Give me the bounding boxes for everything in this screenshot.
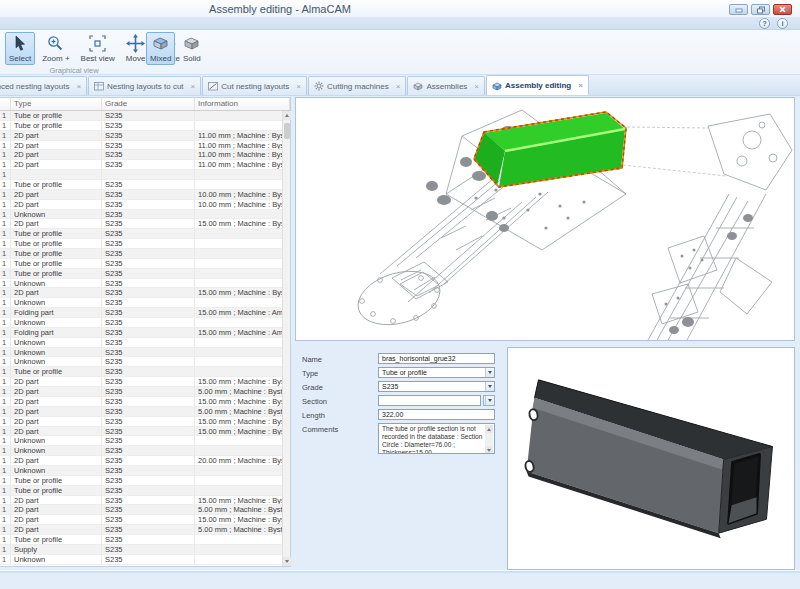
table-row[interactable]: 1UnknownS235: [0, 466, 283, 476]
parts-table: TypeGradeInformation 1Tube or profileS23…: [0, 97, 291, 567]
tab-enced-nesting-layouts[interactable]: enced nesting layouts×: [0, 76, 87, 95]
toolbar-select-button[interactable]: Select: [5, 32, 35, 65]
cell-type: Unknown: [11, 318, 102, 327]
table-row[interactable]: 12D partS23515.00 mm ; Machine : Bystron…: [0, 288, 283, 298]
toolbar-zoom--button[interactable]: Zoom +: [38, 32, 73, 65]
table-row[interactable]: 1UnknownS235: [0, 318, 283, 328]
tab-close-icon[interactable]: ×: [296, 82, 301, 91]
table-row[interactable]: 1UnknownS235: [0, 338, 283, 348]
tab-cut-nesting-layouts[interactable]: Cut nesting layouts×: [202, 76, 307, 95]
tab-assembly-editing[interactable]: Assembly editing×: [486, 75, 589, 95]
toolbar-button-label: Solid: [183, 54, 201, 63]
table-row[interactable]: 1UnknownS235: [0, 555, 283, 565]
assembly-icon: [413, 81, 423, 91]
section-field[interactable]: [378, 395, 481, 406]
table-row[interactable]: 1Tube or profileS235: [0, 535, 283, 545]
dropdown-arrow-icon[interactable]: [485, 382, 494, 391]
section-preview[interactable]: [507, 347, 795, 570]
table-row[interactable]: 1UnknownS235: [0, 436, 283, 446]
table-scrollbar[interactable]: [282, 111, 290, 566]
column-header-qty[interactable]: [0, 98, 11, 110]
minimize-button[interactable]: [729, 4, 748, 15]
table-row[interactable]: 1UnknownS235: [0, 446, 283, 456]
table-row[interactable]: 12D partS23511.00 mm ; Machine : Bystron…: [0, 150, 283, 160]
assembly-3d-view[interactable]: [295, 97, 795, 341]
tabbar-close-icon[interactable]: ×: [785, 5, 790, 15]
table-row[interactable]: 1UnknownS235: [0, 298, 283, 308]
table-row[interactable]: 1SupplyS235: [0, 545, 283, 555]
tab-cutting-machines[interactable]: Cutting machines×: [308, 76, 406, 95]
table-header[interactable]: TypeGradeInformation: [0, 98, 290, 111]
column-header-Information[interactable]: Information: [195, 98, 290, 110]
scroll-up-icon[interactable]: [283, 111, 291, 120]
tab-close-icon[interactable]: ×: [396, 82, 401, 91]
table-row[interactable]: 12D partS2355.00 mm ; Machine : Bystroni…: [0, 387, 283, 397]
table-row[interactable]: 1UnknownS235: [0, 210, 283, 220]
table-row[interactable]: 1Tube or profileS235: [0, 367, 283, 377]
table-row[interactable]: 1Tube or profileS235: [0, 111, 283, 121]
table-row[interactable]: 12D partS2355.00 mm ; Machine : Bystroni…: [0, 505, 283, 515]
table-row[interactable]: 1Tube or profileS235: [0, 259, 283, 269]
table-row[interactable]: 1Tube or profileS235: [0, 486, 283, 496]
table-row[interactable]: 1UnknownS235: [0, 348, 283, 358]
cell-type: 2D part: [11, 515, 102, 524]
cell-grade: S235: [102, 121, 195, 130]
table-row[interactable]: 12D partS23515.00 mm ; Machine : Bystron…: [0, 496, 283, 506]
name-field[interactable]: bras_horisontal_grue32: [378, 353, 495, 364]
comments-scrollbar[interactable]: [485, 425, 493, 454]
table-row[interactable]: 1Tube or profileS235: [0, 180, 283, 190]
table-row[interactable]: 1Tube or profileS235: [0, 249, 283, 259]
tab-close-icon[interactable]: ×: [191, 82, 196, 91]
tab-close-icon[interactable]: ×: [76, 82, 81, 91]
table-row[interactable]: 12D partS23515.00 mm ; Machine : Bystron…: [0, 515, 283, 525]
tab-close-icon[interactable]: ×: [578, 81, 583, 90]
scrollbar-thumb[interactable]: [284, 123, 290, 139]
scroll-down-icon[interactable]: [485, 446, 493, 454]
grade-field[interactable]: S235: [378, 381, 495, 392]
table-row[interactable]: 12D partS23520.00 mm ; Machine : Bystron…: [0, 456, 283, 466]
dropdown-arrow-icon[interactable]: [485, 368, 494, 377]
tab-assemblies[interactable]: Assemblies×: [407, 76, 485, 95]
table-row[interactable]: 1: [0, 170, 283, 180]
table-row[interactable]: 12D partS23511.00 mm ; Machine : Bystron…: [0, 160, 283, 170]
tab-nesting-layouts-to-cut[interactable]: Nesting layouts to cut×: [88, 76, 201, 95]
table-row[interactable]: 12D partS23510.00 mm ; Machine : Bystron…: [0, 190, 283, 200]
table-row[interactable]: 12D partS23515.00 mm ; Machine : Bystron…: [0, 427, 283, 437]
table-row[interactable]: 1Folding partS23515.00 mm ; Machine : Am…: [0, 308, 283, 318]
table-row[interactable]: 12D partS23511.00 mm ; Machine : Bystron…: [0, 131, 283, 141]
cell-grade: S235: [102, 427, 195, 436]
table-row[interactable]: 1Folding partS23515.00 mm ; Machine : Am…: [0, 328, 283, 338]
length-label: Length: [295, 409, 378, 420]
scroll-down-icon[interactable]: [283, 557, 291, 566]
cell-info: 5.00 mm ; Machine : Bystronic 1: [195, 525, 283, 534]
table-row[interactable]: 1Tube or profileS235: [0, 269, 283, 279]
column-header-Grade[interactable]: Grade: [102, 98, 195, 110]
toolbar-mixed-button[interactable]: Mixed: [146, 32, 175, 65]
table-row[interactable]: 1Tube or profileS235: [0, 229, 283, 239]
table-row[interactable]: 12D partS23511.00 mm ; Machine : Bystron…: [0, 141, 283, 151]
table-row[interactable]: 12D partS23515.00 mm ; Machine : Bystron…: [0, 219, 283, 229]
help-button[interactable]: ?: [759, 18, 770, 29]
table-row[interactable]: 12D partS23515.00 mm ; Machine : Bystron…: [0, 377, 283, 387]
table-row[interactable]: 12D partS23515.00 mm ; Machine : Bystron…: [0, 397, 283, 407]
comments-field[interactable]: The tube or profile section is not recor…: [378, 423, 495, 454]
column-header-Type[interactable]: Type: [11, 98, 102, 110]
type-field[interactable]: Tube or profile: [378, 367, 495, 378]
table-row[interactable]: 12D partS2355.00 mm ; Machine : Bystroni…: [0, 525, 283, 535]
scroll-up-icon[interactable]: [485, 425, 493, 433]
table-row[interactable]: 1UnknownS235: [0, 357, 283, 367]
table-row[interactable]: 12D partS23515.00 mm ; Machine : Bystron…: [0, 417, 283, 427]
table-row[interactable]: 12D partS23510.00 mm ; Machine : Bystron…: [0, 200, 283, 210]
table-row[interactable]: 1UnknownS235: [0, 279, 283, 289]
table-row[interactable]: 1Tube or profileS235: [0, 121, 283, 131]
toolbar-solid-button[interactable]: Solid: [178, 32, 205, 65]
table-row[interactable]: 1Tube or profileS235: [0, 239, 283, 249]
restore-button[interactable]: [751, 4, 770, 15]
toolbar-best-view-button[interactable]: Best view: [77, 32, 119, 65]
length-field[interactable]: 322.00: [378, 409, 495, 420]
info-button[interactable]: i: [777, 18, 788, 29]
cell-qty: 1: [0, 190, 11, 199]
tab-close-icon[interactable]: ×: [474, 82, 479, 91]
table-row[interactable]: 12D partS2355.00 mm ; Machine : Bystroni…: [0, 407, 283, 417]
table-row[interactable]: 1Tube or profileS235: [0, 476, 283, 486]
